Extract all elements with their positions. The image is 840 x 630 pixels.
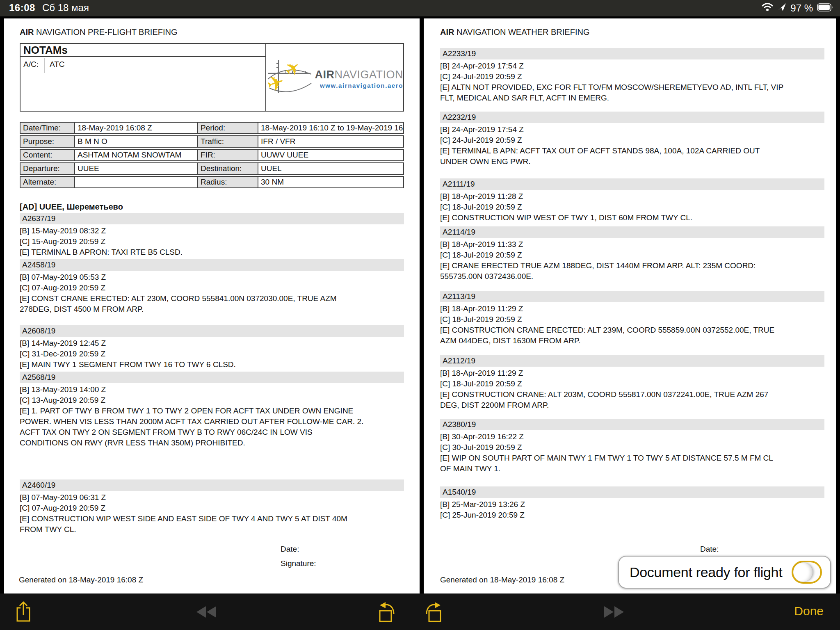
logo-url: www.airnavigation.aero	[320, 82, 403, 89]
info-label: Radius:	[198, 176, 258, 188]
notam-id-bar: A2380/19	[440, 419, 824, 430]
info-value: UUEE	[75, 162, 198, 175]
notam-b-line: [B] 13-May-2019 14:00 Z	[20, 384, 404, 395]
done-button[interactable]: Done	[794, 604, 824, 618]
rewind-icon[interactable]	[196, 606, 217, 620]
info-label: Purpose:	[20, 135, 75, 148]
notam-c-line: [C] 18-Jul-2019 20:59 Z	[440, 250, 824, 260]
notam-e-line: [E] CONSTRUCTION WIP WEST SIDE AND EAST …	[20, 514, 404, 535]
notam-b-line: [B] 07-May-2019 06:31 Z	[20, 492, 404, 503]
notam-id-bar: A2233/19	[440, 48, 824, 59]
notam-e-line: [E] 1. PART OF TWY B FROM TWY 1 TO TWY 2…	[20, 406, 404, 448]
date-label: Date:	[700, 545, 719, 554]
info-value	[75, 176, 198, 188]
notam-b-line: [B] 14-May-2019 12:45 Z	[20, 338, 404, 349]
generated-line: Generated on 18-May-2019 16:08 Z	[19, 575, 143, 584]
bottom-toolbar: Done	[0, 593, 840, 630]
airnav-logo: ✈ ✈ AIRNAVIGATION www.airnavigation.aero	[265, 44, 403, 111]
battery-percent: 97 %	[790, 2, 813, 14]
document-page-left[interactable]: AIR NAVIGATION PRE-FLIGHT BRIEFING NOTAM…	[4, 18, 420, 593]
notam-c-line: [C] 13-Aug-2019 20:59 Z	[20, 395, 404, 406]
notam-e-line: [E] CRANE ERECTED TRUE AZM 188DEG, DIST …	[440, 260, 824, 282]
share-button[interactable]	[15, 600, 32, 624]
document-ready-panel: Document ready for flight	[618, 556, 831, 589]
status-bar: 16:08 Сб 18 мая 97 %	[0, 0, 840, 16]
info-label: Traffic:	[198, 135, 258, 148]
notam-block: A2637/19 [B] 15-May-2019 08:32 Z [C] 15-…	[20, 213, 404, 258]
info-label: Alternate:	[20, 176, 75, 188]
notam-e-line: [E] CONSTRUCTION CRANE ERECTED: ALT 239M…	[440, 325, 824, 346]
notam-b-line: [B] 18-Apr-2019 11:29 Z	[440, 368, 824, 379]
notam-block: A2460/19 [B] 07-May-2019 06:31 Z [C] 07-…	[20, 479, 404, 535]
notam-c-line: [C] 18-Jul-2019 20:59 Z	[440, 314, 824, 325]
page-title: AIR NAVIGATION WEATHER BRIEFING	[440, 27, 824, 37]
info-value: 30 NM	[258, 176, 404, 188]
notam-id-bar: A2232/19	[440, 112, 824, 123]
table-row: Content: ASHTAM NOTAM SNOWTAM FIR: UUWV …	[20, 149, 404, 161]
notam-id-bar: A2608/19	[20, 325, 404, 337]
table-row: Purpose: B M N O Traffic: IFR / VFR	[20, 135, 404, 148]
notam-c-line: [C] 24-Jul-2019 20:59 Z	[440, 135, 824, 146]
notam-b-line: [B] 15-May-2019 08:32 Z	[20, 226, 404, 236]
info-label: Date/Time:	[20, 122, 75, 134]
notam-id-bar: A2112/19	[440, 355, 824, 367]
info-value: UUWV UUEE	[258, 149, 404, 161]
notam-id-bar: A2637/19	[20, 213, 404, 224]
info-label: Content:	[20, 149, 75, 161]
notams-table: NOTAMs A/C: ATC	[20, 43, 404, 112]
notam-block: A2114/19 [B] 18-Apr-2019 11:33 Z [C] 18-…	[440, 226, 824, 282]
document-page-right[interactable]: AIR NAVIGATION WEATHER BRIEFING A2233/19…	[424, 18, 836, 593]
notam-b-line: [B] 18-Apr-2019 11:29 Z	[440, 304, 824, 314]
notam-block: A2233/19 [B] 24-Apr-2019 17:54 Z [C] 24-…	[440, 48, 824, 103]
section-heading: [AD] UUEE, Шереметьево	[20, 202, 404, 212]
info-label: FIR:	[198, 149, 258, 161]
table-row: Departure: UUEE Destination: UUEL	[20, 162, 404, 175]
notam-id-bar: A2568/19	[20, 372, 404, 383]
notam-e-line: [E] TERMINAL B APRON: TAXI RTE B5 CLSD.	[20, 247, 404, 258]
logo-wordmark: AIRNAVIGATION www.airnavigation.aero	[315, 68, 403, 89]
rotate-left-button[interactable]	[377, 602, 399, 625]
notam-c-line: [C] 24-Jul-2019 20:59 Z	[440, 71, 824, 82]
info-value: B M N O	[75, 135, 198, 148]
notam-id-bar: A2458/19	[20, 259, 404, 271]
notam-e-line: [E] CONST CRANE ERECTED: ALT 230M, COORD…	[20, 293, 404, 315]
notam-block: A2458/19 [B] 07-May-2019 05:53 Z [C] 07-…	[20, 259, 404, 315]
notam-block: A2232/19 [B] 24-Apr-2019 17:54 Z [C] 24-…	[440, 112, 824, 167]
fast-forward-icon[interactable]	[604, 606, 624, 620]
notam-b-line: [B] 18-Apr-2019 11:33 Z	[440, 239, 824, 250]
notam-c-line: [C] 15-Aug-2019 20:59 Z	[20, 236, 404, 247]
notam-b-line: [B] 24-Apr-2019 17:54 Z	[440, 124, 824, 135]
info-value: 18-May-2019 16:08 Z	[75, 122, 198, 134]
notam-c-line: [C] 31-Dec-2019 20:59 Z	[20, 349, 404, 359]
notam-block: A2380/19 [B] 30-Apr-2019 16:22 Z [C] 30-…	[440, 419, 824, 474]
notam-e-line: [E] WIP ON SOUTH PART OF MAIN TWY 1 FM T…	[440, 453, 824, 474]
document-ready-label: Document ready for flight	[630, 564, 782, 580]
notam-b-line: [B] 30-Apr-2019 16:22 Z	[440, 431, 824, 442]
rotate-right-button[interactable]	[421, 602, 443, 625]
notam-b-line: [B] 18-Apr-2019 11:28 Z	[440, 191, 824, 202]
notam-b-line: [B] 24-Apr-2019 17:54 Z	[440, 61, 824, 71]
wifi-icon	[762, 2, 773, 14]
notam-b-line: [B] 07-May-2019 05:53 Z	[20, 272, 404, 283]
notam-c-line: [C] 07-Aug-2019 20:59 Z	[20, 283, 404, 293]
notam-e-line: [E] TERMINAL B APN: ACFT TAX OUT OF ACFT…	[440, 146, 824, 167]
notam-c-line: [C] 30-Jul-2019 20:59 Z	[440, 442, 824, 453]
info-value: IFR / VFR	[258, 135, 404, 148]
toggle-knob	[794, 563, 813, 582]
info-label: Destination:	[198, 162, 258, 175]
info-table: Date/Time: 18-May-2019 16:08 Z Period: 1…	[20, 122, 404, 188]
status-date: Сб 18 мая	[42, 2, 89, 14]
notam-block: A2112/19 [B] 18-Apr-2019 11:29 Z [C] 18-…	[440, 355, 824, 411]
info-label: Departure:	[20, 162, 75, 175]
notam-id-bar: A2111/19	[440, 178, 824, 190]
notam-block: A2568/19 [B] 13-May-2019 14:00 Z [C] 13-…	[20, 372, 404, 448]
notam-c-line: [C] 07-Aug-2019 20:59 Z	[20, 503, 404, 514]
notam-block: A2608/19 [B] 14-May-2019 12:45 Z [C] 31-…	[20, 325, 404, 370]
info-value: UUEL	[258, 162, 404, 175]
notam-e-line: [E] CONSTRUCTION WIP WEST OF TWY 1, DIST…	[440, 212, 824, 223]
document-ready-toggle[interactable]	[792, 561, 822, 584]
notam-id-bar: A2460/19	[20, 479, 404, 491]
generated-line: Generated on 18-May-2019 16:08 Z	[440, 575, 564, 584]
logo-planes-icon: ✈ ✈	[266, 58, 312, 97]
svg-text:✈: ✈	[281, 58, 305, 82]
